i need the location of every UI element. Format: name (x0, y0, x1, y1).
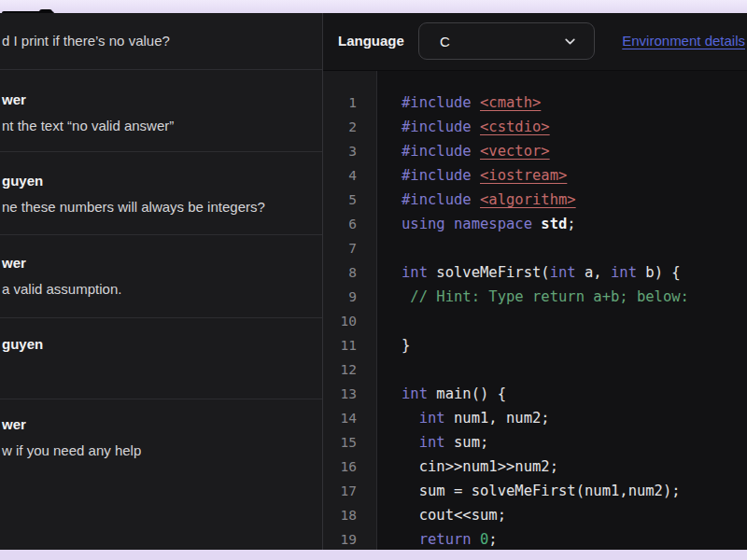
code-token-pl (402, 434, 419, 451)
code-token-pl (472, 191, 480, 208)
code-token-kw: int (550, 264, 576, 281)
code-line[interactable]: int main() { (402, 382, 747, 406)
code-token-kw: int (402, 385, 428, 402)
chat-message: guyenne these numbers will always be int… (0, 152, 322, 235)
line-number: 3 (323, 139, 357, 163)
code-token-pl: cout<<sum; (402, 507, 506, 524)
line-number: 10 (323, 309, 357, 333)
code-token-pl: num1, num2; (445, 410, 550, 427)
line-number: 9 (323, 285, 357, 309)
code-line[interactable]: #include <cstdio> (402, 115, 747, 139)
environment-details-link[interactable]: Environment details (622, 33, 745, 49)
language-dropdown[interactable]: C (418, 22, 595, 60)
code-token-pl (402, 531, 419, 548)
line-number: 5 (323, 188, 357, 212)
chat-message-text: nt the text “no valid answer” (2, 117, 313, 135)
editor-toolbar: Language C Environment details (323, 13, 747, 71)
code-token-kw: #include (402, 119, 472, 135)
line-number: 19 (323, 527, 357, 550)
line-number: 8 (323, 260, 357, 285)
chat-message: werw if you need any help (0, 399, 322, 550)
chat-message-text: a valid assumption. (2, 280, 313, 299)
code-token-pl (472, 143, 480, 160)
code-content[interactable]: #include <cmath>#include <cstdio>#includ… (377, 71, 747, 550)
line-number: 4 (323, 163, 357, 188)
chat-message: wernt the text “no valid answer” (0, 70, 322, 152)
code-line[interactable]: // Hint: Type return a+b; below: (402, 285, 747, 309)
code-line[interactable]: sum = solveMeFirst(num1,num2); (402, 479, 747, 503)
code-line[interactable] (402, 309, 747, 333)
code-token-kw: int (419, 410, 445, 427)
chat-message-text: ne these numbers will always be integers… (2, 198, 313, 217)
code-token-pl (472, 531, 480, 548)
code-token-kw: #include (402, 167, 472, 184)
code-line[interactable]: int num1, num2; (402, 406, 747, 430)
chat-message: guyen (0, 318, 322, 399)
code-token-num: 0 (480, 531, 488, 548)
line-number: 12 (323, 357, 357, 382)
code-token-kw: using (402, 216, 445, 232)
code-token-pl: a, (576, 264, 611, 281)
code-token-pl (532, 216, 541, 232)
window-top-strip (0, 0, 747, 13)
code-line[interactable]: int solveMeFirst(int a, int b) { (402, 260, 747, 285)
code-token-pl: ; (488, 531, 497, 548)
chat-author-name: wer (2, 91, 313, 109)
line-number-gutter: 12345678910111213141516171819 (323, 71, 377, 550)
code-line[interactable] (402, 236, 747, 260)
code-token-pl (445, 216, 454, 232)
code-line[interactable]: using namespace std; (402, 212, 747, 236)
code-token-pl (472, 119, 480, 135)
code-line[interactable]: #include <cmath> (402, 91, 747, 115)
code-line[interactable]: return 0; (402, 527, 747, 550)
interview-app: d I print if there’s no value?wernt the … (0, 13, 747, 550)
line-number: 14 (323, 406, 357, 430)
chat-author-name: guyen (2, 335, 313, 354)
code-token-pl (402, 410, 419, 427)
chat-panel[interactable]: d I print if there’s no value?wernt the … (0, 13, 322, 550)
line-number: 17 (323, 479, 357, 503)
code-token-kw: return (419, 531, 472, 548)
code-line[interactable]: int sum; (402, 430, 747, 455)
code-line[interactable]: } (402, 333, 747, 357)
code-line[interactable]: cout<<sum; (402, 503, 747, 527)
code-token-pl: solveMeFirst( (428, 264, 550, 281)
code-editor[interactable]: 12345678910111213141516171819 #include <… (323, 71, 747, 550)
language-selected-value: C (440, 34, 450, 49)
code-token-kw: namespace (454, 216, 532, 232)
code-line[interactable]: cin>>num1>>num2; (402, 455, 747, 479)
code-token-pl (472, 167, 480, 184)
line-number: 2 (323, 115, 357, 139)
chat-author-name: wer (2, 415, 313, 434)
line-number: 15 (323, 430, 357, 455)
code-token-kw: #include (402, 94, 472, 111)
code-line[interactable] (402, 357, 747, 382)
code-token-inc: <cstdio> (480, 119, 550, 135)
code-line[interactable]: #include <vector> (402, 139, 747, 163)
code-token-pl: } (402, 337, 410, 354)
line-number: 7 (323, 236, 357, 260)
code-token-kw: int (419, 434, 445, 451)
code-token-pl: sum = solveMeFirst(num1,num2); (402, 483, 681, 499)
line-number: 11 (323, 333, 357, 357)
code-line[interactable]: #include <algorithm> (402, 188, 747, 212)
code-token-inc: <algorithm> (480, 191, 576, 208)
chat-message: wera valid assumption. (0, 235, 322, 318)
line-number: 18 (323, 503, 357, 527)
window-bottom-strip (0, 550, 747, 560)
code-token-kw: #include (402, 143, 472, 160)
code-line[interactable]: #include <iostream> (402, 163, 747, 188)
code-panel: Language C Environment details 123456789… (322, 13, 747, 550)
chat-message-text: d I print if there’s no value? (2, 32, 313, 50)
code-token-pl: main() { (428, 385, 506, 402)
code-token-pl (472, 94, 480, 111)
code-token-inc: <iostream> (480, 167, 567, 184)
code-token-pl: ; (567, 216, 575, 232)
chevron-down-icon (563, 35, 577, 49)
code-token-pl: b) { (637, 264, 681, 281)
chat-message: d I print if there’s no value? (0, 13, 322, 70)
chat-author-name: guyen (2, 172, 313, 190)
line-number: 16 (323, 455, 357, 479)
line-number: 1 (323, 91, 357, 115)
chat-author-name: wer (2, 254, 313, 273)
